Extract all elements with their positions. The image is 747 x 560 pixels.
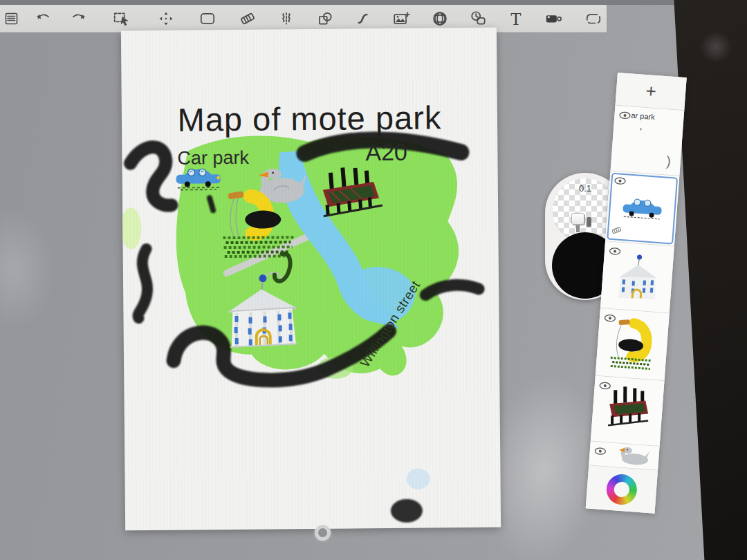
rounded-shape-icon[interactable] bbox=[198, 9, 217, 28]
text-tool-icon[interactable]: T bbox=[506, 9, 526, 28]
a20-label[interactable]: A20 bbox=[365, 139, 407, 167]
dark-smudge bbox=[391, 499, 423, 523]
layers-panel: + ar park ' ) bbox=[586, 73, 687, 514]
shape-stamp-icon[interactable] bbox=[469, 9, 488, 28]
layer-row-castle[interactable] bbox=[591, 376, 665, 447]
toolbar: T bbox=[0, 5, 607, 32]
redo-icon[interactable] bbox=[69, 9, 89, 28]
glare-highlight bbox=[700, 31, 732, 63]
color-picker-row bbox=[586, 465, 658, 513]
eye-icon[interactable] bbox=[608, 245, 621, 259]
stroke-glyph: ) bbox=[665, 153, 671, 169]
sidebar-panel-icon[interactable] bbox=[3, 9, 22, 28]
text-tool-glyph: T bbox=[510, 10, 521, 28]
layer-row-gazebo[interactable] bbox=[600, 241, 674, 313]
glare-highlight bbox=[0, 207, 55, 332]
opacity-value: 0.1 bbox=[553, 183, 618, 194]
boolean-shapes-icon[interactable] bbox=[315, 9, 335, 28]
import-image-icon[interactable] bbox=[391, 9, 411, 28]
layer-row-slide[interactable] bbox=[596, 308, 670, 381]
draw-curve-icon[interactable] bbox=[354, 9, 374, 28]
camera-icon[interactable] bbox=[544, 9, 563, 28]
artboard-frame-icon[interactable] bbox=[584, 9, 603, 28]
marquee-select-icon[interactable] bbox=[112, 9, 131, 28]
eye-icon[interactable] bbox=[593, 445, 607, 458]
sphere-3d-icon[interactable] bbox=[430, 9, 450, 28]
stroke-glyph: ' bbox=[639, 126, 642, 138]
eye-icon[interactable] bbox=[614, 175, 627, 188]
blue-smudge bbox=[406, 469, 430, 489]
add-layer-button[interactable]: + bbox=[615, 73, 686, 111]
drawing-canvas[interactable]: Map of mote park Car park A20 Willington… bbox=[121, 28, 501, 531]
home-button[interactable] bbox=[315, 525, 331, 541]
eraser-icon[interactable] bbox=[238, 9, 257, 28]
plus-icon: + bbox=[645, 80, 656, 102]
eye-icon[interactable] bbox=[598, 380, 611, 393]
split-path-icon[interactable] bbox=[277, 9, 296, 28]
car-park-label[interactable]: Car park bbox=[177, 147, 249, 169]
undo-icon[interactable] bbox=[33, 9, 53, 28]
map-title[interactable]: Map of mote park bbox=[122, 98, 497, 140]
screen-top-strip bbox=[0, 0, 747, 5]
eye-icon[interactable] bbox=[618, 109, 631, 122]
opacity-knob-post bbox=[587, 217, 591, 227]
layer-row-car-selected[interactable] bbox=[605, 171, 679, 247]
color-wheel-button[interactable] bbox=[605, 473, 638, 505]
opacity-knob[interactable] bbox=[571, 213, 584, 225]
layer-row-carpark-text[interactable]: ar park ' ) bbox=[611, 106, 685, 176]
eye-icon[interactable] bbox=[603, 312, 616, 326]
nudge-move-icon[interactable] bbox=[156, 9, 176, 28]
opacity-knob-stem bbox=[576, 225, 580, 232]
layer-thumbnail-text: ar park bbox=[631, 111, 655, 121]
layer-lock-eraser-icon bbox=[611, 225, 622, 238]
